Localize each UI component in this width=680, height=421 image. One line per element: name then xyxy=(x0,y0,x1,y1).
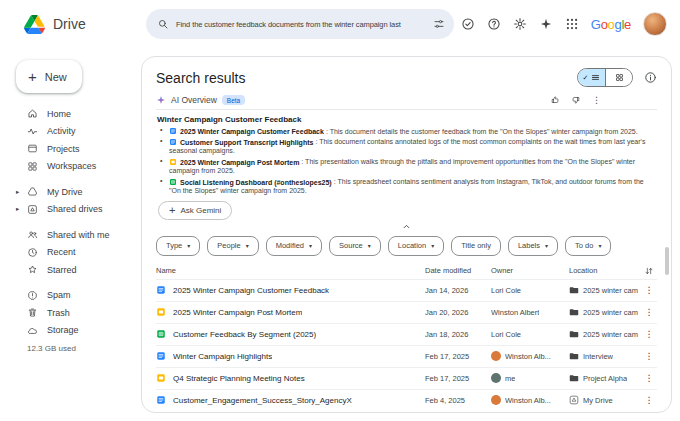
results-header: Search results ✓ xyxy=(156,66,657,89)
sidebar-item-spam[interactable]: Spam xyxy=(13,287,141,305)
file-row[interactable]: Winter Campaign Highlights Feb 17, 2025 … xyxy=(156,345,657,367)
row-more-options-icon[interactable]: ⋮ xyxy=(641,329,657,339)
apps-grid-icon[interactable] xyxy=(565,17,579,31)
file-location[interactable]: 2025 winter cam xyxy=(569,285,641,295)
sidebar-item-projects[interactable]: Projects xyxy=(13,140,141,158)
drive-brand[interactable]: Drive xyxy=(0,15,146,34)
user-avatar[interactable] xyxy=(643,12,667,36)
scrollbar-thumb[interactable] xyxy=(665,247,669,275)
search-icon[interactable] xyxy=(157,18,169,30)
file-name-cell: Q4 Strategic Planning Meeting Notes xyxy=(156,373,425,383)
filter-chip-source[interactable]: Source ▾ xyxy=(329,236,381,256)
ai-overview-item: •Social Listening Dashboard (#ontheslope… xyxy=(157,178,656,196)
sort-direction-icon[interactable] xyxy=(644,266,654,276)
filter-chip-people[interactable]: People ▾ xyxy=(207,236,258,256)
file-location[interactable]: My Drive xyxy=(569,395,641,405)
row-more-options-icon[interactable]: ⋮ xyxy=(641,373,657,383)
sidebar-item-starred[interactable]: Starred xyxy=(13,261,141,279)
ai-overview-content: Winter Campaign Customer Feedback •2025 … xyxy=(156,110,657,220)
file-link[interactable]: 2025 Winter Campaign Customer Feedback xyxy=(180,128,324,135)
sidebar-item-shared-with-me[interactable]: Shared with me xyxy=(13,226,141,244)
filter-chip-title-only[interactable]: Title only xyxy=(451,236,501,256)
sidebar: + New Home Activity Projects xyxy=(0,48,141,421)
file-location[interactable]: 2025 winter cam xyxy=(569,329,641,339)
file-type-icon xyxy=(169,127,177,135)
file-row[interactable]: 2025 Winter Campaign Post Mortem Jan 20,… xyxy=(156,301,657,323)
starred-star-icon xyxy=(27,264,38,275)
ask-gemini-button[interactable]: + Ask Gemini xyxy=(158,201,232,220)
filter-chip-label: Labels xyxy=(518,241,540,250)
filter-chip-labels[interactable]: Labels ▾ xyxy=(508,236,558,256)
filter-chip-label: Type xyxy=(166,241,182,250)
list-view-button[interactable]: ✓ xyxy=(578,69,605,86)
file-owner: Lori Cole xyxy=(491,286,569,295)
file-link[interactable]: Social Listening Dashboard (#ontheslopes… xyxy=(180,178,332,185)
file-date-modified: Feb 17, 2025 xyxy=(425,352,491,361)
row-more-options-icon[interactable]: ⋮ xyxy=(641,307,657,317)
filter-chip-location[interactable]: Location ▾ xyxy=(388,236,444,256)
storage-used-text: 12.3 GB used xyxy=(13,344,141,353)
sidebar-item-activity[interactable]: Activity xyxy=(13,123,141,141)
owner-name: Winston Alb... xyxy=(505,352,551,361)
grid-view-icon xyxy=(615,73,624,82)
expand-arrow-icon[interactable]: ▸ xyxy=(16,205,19,213)
sidebar-item-storage[interactable]: Storage xyxy=(13,322,141,340)
row-more-options-icon[interactable]: ⋮ xyxy=(641,285,657,295)
projects-icon xyxy=(27,143,38,154)
file-location[interactable]: 2025 winter cam xyxy=(569,307,641,317)
chevron-down-icon: ▾ xyxy=(431,242,434,249)
sidebar-item-trash[interactable]: Trash xyxy=(13,304,141,322)
row-more-options-icon[interactable]: ⋮ xyxy=(641,351,657,361)
gemini-sparkle-icon[interactable] xyxy=(539,17,553,31)
sidebar-item-my-drive[interactable]: ▸ My Drive xyxy=(13,183,141,201)
file-row[interactable]: 2025 Winter Campaign Customer Feedback J… xyxy=(156,279,657,301)
sidebar-item-shared-drives[interactable]: ▸ Shared drives xyxy=(13,201,141,219)
sidebar-item-home[interactable]: Home xyxy=(13,105,141,123)
offline-check-icon[interactable] xyxy=(461,17,475,31)
column-name[interactable]: Name xyxy=(156,266,425,275)
file-location[interactable]: Interview xyxy=(569,351,641,361)
filter-chip-modified[interactable]: Modified ▾ xyxy=(266,236,322,256)
filter-chip-label: To do xyxy=(575,241,593,250)
expand-arrow-icon[interactable]: ▸ xyxy=(16,188,19,196)
file-location[interactable]: Project Alpha xyxy=(569,373,641,383)
thumbs-up-icon[interactable] xyxy=(550,95,560,105)
grid-view-button[interactable] xyxy=(605,69,632,86)
view-toggle: ✓ xyxy=(577,68,633,87)
sidebar-item-recent[interactable]: Recent xyxy=(13,244,141,262)
file-name-cell: 2025 Winter Campaign Customer Feedback xyxy=(156,285,425,295)
file-link[interactable]: 2025 Winter Campaign Post Mortem xyxy=(180,158,299,165)
file-row[interactable]: Customer Feedback By Segment (2025) Jan … xyxy=(156,323,657,345)
storage-cloud-icon xyxy=(27,325,38,336)
column-owner[interactable]: Owner xyxy=(491,266,569,275)
settings-gear-icon[interactable] xyxy=(513,17,527,31)
file-row[interactable]: Customer_Engagement_Success_Story_Agency… xyxy=(156,389,657,411)
ai-overview-actions: ⋮ xyxy=(550,95,601,105)
search-bar[interactable] xyxy=(146,9,454,39)
file-name: 2025 Winter Campaign Post Mortem xyxy=(173,308,302,317)
search-options-tune-icon[interactable] xyxy=(433,18,445,30)
filter-chip-to-do[interactable]: To do ▾ xyxy=(565,236,611,256)
collapse-chevron-icon[interactable] xyxy=(401,221,412,232)
row-more-options-icon[interactable]: ⋮ xyxy=(641,395,657,405)
spam-icon xyxy=(27,290,38,301)
file-row[interactable]: Q4 Strategic Planning Meeting Notes Feb … xyxy=(156,367,657,389)
ai-more-options-icon[interactable]: ⋮ xyxy=(592,96,601,105)
ai-overview-item: •2025 Winter Campaign Post Mortem: This … xyxy=(157,158,656,176)
column-date-modified[interactable]: Date modified xyxy=(425,266,491,275)
thumbs-down-icon[interactable] xyxy=(571,95,581,105)
new-button[interactable]: + New xyxy=(16,60,82,93)
location-name: 2025 winter cam xyxy=(583,286,638,295)
filter-chip-type[interactable]: Type ▾ xyxy=(156,236,200,256)
ask-gemini-label: Ask Gemini xyxy=(180,206,221,215)
google-logo-letter: o xyxy=(608,17,615,32)
search-input[interactable] xyxy=(176,20,426,29)
file-owner: Winston Alb... xyxy=(491,351,569,361)
file-link[interactable]: Customer Support Transcript Highlights xyxy=(180,138,313,145)
details-info-icon[interactable] xyxy=(644,71,657,84)
sidebar-item-workspaces[interactable]: Workspaces xyxy=(13,158,141,176)
help-icon[interactable] xyxy=(487,17,501,31)
file-date-modified: Feb 4, 2025 xyxy=(425,396,491,405)
location-name: Interview xyxy=(583,352,613,361)
column-location[interactable]: Location xyxy=(569,266,641,275)
